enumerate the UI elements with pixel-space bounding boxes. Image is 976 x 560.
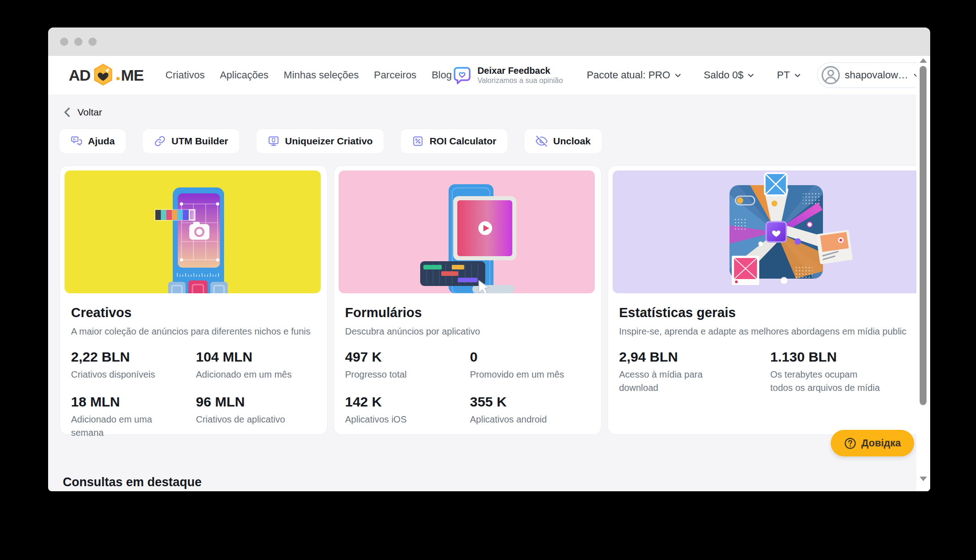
stat: 18 MLN Adicionado em uma semana (71, 394, 196, 439)
help-button[interactable]: Довідка (831, 430, 914, 456)
language-dropdown[interactable]: PT (777, 69, 801, 81)
card-title: Formulários (345, 305, 595, 320)
card-subtitle: A maior coleção de anúncios para diferen… (71, 326, 321, 337)
chevron-down-icon (674, 71, 682, 79)
stat: 2,22 BLN Criativos disponíveis (71, 349, 196, 381)
current-plan-dropdown[interactable]: Pacote atual: PRO (587, 69, 681, 81)
card-formularios[interactable]: Formulários Descubra anúncios por aplica… (334, 165, 602, 435)
stat-label: Acesso à mídia para download (619, 368, 731, 395)
scrollbar-down-arrow[interactable] (920, 477, 927, 481)
creative-phone-illustration (65, 170, 321, 293)
stat-value: 1.130 BLN (770, 349, 921, 365)
logo-text-right: ME (121, 66, 143, 84)
chip-label: Uncloak (553, 136, 591, 147)
nav-item-criativos[interactable]: Criativos (165, 69, 205, 81)
chevron-down-icon (747, 71, 755, 79)
logo-text-left: AD (69, 66, 90, 84)
stat-label: Progresso total (345, 368, 457, 381)
chevron-down-icon (794, 71, 801, 79)
video-monitor-illustration (339, 170, 595, 293)
percent-calculator-icon (412, 135, 424, 147)
card-estatisticas-gerais[interactable]: Estatísticas gerais Inspire-se, aprenda … (608, 165, 928, 435)
monitor-icon (268, 135, 280, 147)
stat: 96 MLN Criativos de aplicativo (196, 394, 321, 439)
balance-dropdown[interactable]: Saldo 0$ (704, 69, 755, 81)
stat-value: 142 K (345, 394, 470, 410)
stat-label: Promovido em um mês (470, 368, 582, 381)
stat-value: 96 MLN (196, 394, 321, 410)
stat-value: 497 K (345, 349, 470, 365)
stat-label: Aplicativos iOS (345, 413, 457, 426)
window-maximize-button[interactable] (88, 38, 97, 46)
feedback-text: Deixar Feedback Valorizamos a sua opiniã… (477, 65, 563, 86)
feedback-title: Deixar Feedback (477, 65, 563, 76)
nav-item-blog[interactable]: Blog (432, 69, 452, 81)
stat: 1.130 BLN Os terabytes ocupam todos os a… (770, 349, 921, 395)
feedback-button[interactable]: Deixar Feedback Valorizamos a sua opiniã… (452, 65, 563, 86)
card-creativos[interactable]: Creativos A maior coleção de anúncios pa… (60, 165, 328, 435)
nav-item-parceiros[interactable]: Parceiros (374, 69, 417, 81)
card-subtitle: Inspire-se, aprenda e adapte as melhores… (619, 326, 921, 337)
card-subtitle: Descubra anúncios por aplicativo (345, 326, 595, 337)
scrollbar-up-arrow[interactable] (920, 58, 927, 63)
stat: 142 K Aplicativos iOS (345, 394, 470, 426)
page-content: Voltar Ajuda UTM Builder (48, 107, 930, 491)
card-stats: 497 K Progresso total 0 Promovido em um … (345, 349, 595, 426)
question-circle-icon (844, 437, 856, 450)
scrollbar-thumb[interactable] (920, 66, 927, 405)
nav-item-aplicacoes[interactable]: Aplicações (220, 69, 269, 81)
featured-section-title: Consultas em destaque (63, 475, 930, 489)
logo[interactable]: AD ME (69, 63, 143, 88)
card-title: Estatísticas gerais (619, 305, 921, 320)
chip-uncloak[interactable]: Uncloak (525, 129, 602, 153)
stat: 0 Promovido em um mês (470, 349, 595, 381)
logo-dot (116, 77, 120, 80)
logo-heart-hexagon-icon (91, 63, 115, 88)
current-plan-label: Pacote atual: PRO (587, 69, 670, 81)
card-stats: 2,22 BLN Criativos disponíveis 104 MLN A… (71, 349, 321, 439)
stat-label: Criativos de aplicativo (196, 413, 308, 426)
stat-label: Os terabytes ocupam todos os arquivos de… (770, 368, 883, 395)
stat-value: 2,22 BLN (71, 349, 196, 365)
eye-off-icon (536, 135, 548, 147)
window-titlebar (48, 27, 930, 56)
card-title: Creativos (71, 305, 321, 320)
stat-label: Criativos disponíveis (71, 368, 183, 381)
chip-label: Ajuda (88, 136, 115, 147)
chip-label: ROI Calculator (429, 136, 496, 147)
help-button-label: Довідка (861, 437, 901, 449)
chip-uniqueizer-criativo[interactable]: Uniqueizer Criativo (257, 129, 384, 153)
balance-label: Saldo 0$ (704, 69, 744, 81)
top-navbar: AD ME Criativos Aplicações Minhas seleçõ… (48, 56, 930, 94)
chip-ajuda[interactable]: Ajuda (60, 129, 126, 153)
stat-label: Adicionado em um mês (196, 368, 308, 381)
main-nav: Criativos Aplicações Minhas seleções Par… (165, 69, 452, 81)
user-name: shapovalow… (845, 69, 908, 81)
browser-window: AD ME Criativos Aplicações Minhas seleçõ… (48, 27, 930, 491)
chat-icon (71, 135, 82, 147)
stat-value: 0 (470, 349, 595, 365)
back-button[interactable]: Voltar (63, 107, 102, 118)
stat-label: Adicionado em uma semana (71, 413, 183, 439)
feedback-subtitle: Valorizamos a sua opinião (477, 76, 563, 86)
window-minimize-button[interactable] (74, 38, 82, 46)
chip-label: Uniqueizer Criativo (285, 136, 373, 147)
stat: 497 K Progresso total (345, 349, 470, 381)
stat-value: 2,94 BLN (619, 349, 770, 365)
chip-roi-calculator[interactable]: ROI Calculator (401, 129, 507, 153)
chip-label: UTM Builder (171, 136, 228, 147)
stat: 355 K Aplicativos android (470, 394, 595, 426)
stat-value: 104 MLN (196, 349, 321, 365)
stat-label: Aplicativos android (470, 413, 582, 426)
link-icon (154, 135, 166, 147)
user-menu[interactable]: shapovalow… (817, 62, 928, 88)
avatar-icon (821, 66, 840, 85)
stats-burst-illustration (613, 170, 921, 293)
stat-value: 355 K (470, 394, 595, 410)
vertical-scrollbar (916, 56, 930, 491)
language-label: PT (777, 69, 790, 81)
chip-utm-builder[interactable]: UTM Builder (143, 129, 239, 153)
window-close-button[interactable] (60, 38, 68, 46)
stat: 104 MLN Adicionado em um mês (196, 349, 321, 381)
nav-item-minhas-selecoes[interactable]: Minhas seleções (284, 69, 359, 81)
